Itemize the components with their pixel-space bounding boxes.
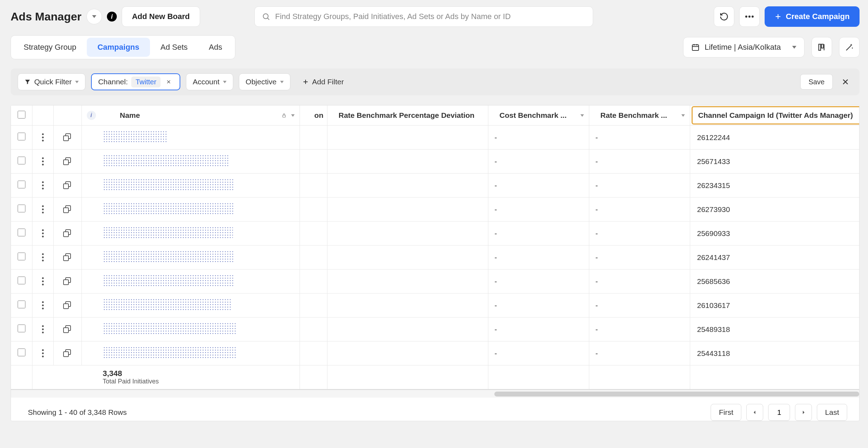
cost-cell: - <box>488 198 589 222</box>
row-checkbox[interactable] <box>18 253 25 260</box>
open-link-icon[interactable] <box>63 157 72 166</box>
campaign-id-cell: 26234315 <box>690 174 860 198</box>
cost-cell: - <box>488 317 589 341</box>
info-icon[interactable]: i <box>87 111 96 120</box>
refresh-button[interactable] <box>714 6 734 27</box>
global-search[interactable] <box>254 6 593 27</box>
row-menu-button[interactable] <box>32 222 53 245</box>
row-checkbox[interactable] <box>18 157 25 164</box>
chevron-down-icon <box>75 81 79 83</box>
row-menu-button[interactable] <box>32 150 53 173</box>
table-row: --25443118 <box>11 341 860 365</box>
campaign-id-cell: 25489318 <box>690 317 860 341</box>
open-link-icon[interactable] <box>63 325 72 334</box>
col-cost-header: Cost Benchmark ... <box>500 111 576 120</box>
row-checkbox[interactable] <box>18 301 25 308</box>
table-row: --26273930 <box>11 198 860 222</box>
row-menu-button[interactable] <box>32 198 53 221</box>
add-filter-button[interactable]: Add Filter <box>296 73 350 90</box>
summary-count: 3,348 <box>82 369 300 378</box>
row-checkbox[interactable] <box>18 133 25 140</box>
row-menu-button[interactable] <box>32 174 53 197</box>
lock-icon <box>281 112 287 119</box>
open-link-icon[interactable] <box>63 349 72 358</box>
info-icon[interactable]: i <box>107 12 117 22</box>
campaign-id-cell: 25443118 <box>690 341 860 365</box>
channel-filter-remove[interactable] <box>164 79 173 85</box>
objective-filter-button[interactable]: Objective <box>239 73 290 90</box>
row-checkbox[interactable] <box>18 181 25 188</box>
account-filter-button[interactable]: Account <box>186 73 233 90</box>
tab-strategy-group[interactable]: Strategy Group <box>13 38 87 57</box>
add-board-button[interactable]: Add New Board <box>122 6 200 27</box>
scrollbar-thumb[interactable] <box>494 392 859 396</box>
open-link-icon[interactable] <box>63 205 72 214</box>
columns-button[interactable] <box>812 37 832 57</box>
col-on-suffix: on <box>314 111 324 120</box>
tab-campaigns[interactable]: Campaigns <box>87 38 150 57</box>
row-menu-button[interactable] <box>32 246 53 269</box>
table-row: --25685636 <box>11 270 860 293</box>
quick-filter-label: Quick Filter <box>34 78 72 86</box>
horizontal-scrollbar[interactable] <box>11 390 859 398</box>
row-checkbox[interactable] <box>18 277 25 284</box>
daterange-label: Lifetime | Asia/Kolkata <box>705 43 781 52</box>
chevron-down-icon <box>792 46 796 49</box>
plus-icon <box>774 13 782 20</box>
first-page-button[interactable]: First <box>711 404 741 421</box>
rate-cell: - <box>589 126 690 150</box>
save-filters-button[interactable]: Save <box>800 74 833 90</box>
last-page-button[interactable]: Last <box>817 404 847 421</box>
data-table: i Name on Rate Benchmark Percentage Devi… <box>11 105 860 421</box>
tab-ad-sets[interactable]: Ad Sets <box>150 38 198 57</box>
row-checkbox[interactable] <box>18 325 25 332</box>
table-row: --25690933 <box>11 222 860 246</box>
svg-point-0 <box>263 14 268 19</box>
rate-cell: - <box>589 174 690 198</box>
table-row: --26241437 <box>11 246 860 270</box>
page-input[interactable] <box>768 404 790 421</box>
row-menu-button[interactable] <box>32 270 53 293</box>
row-menu-button[interactable] <box>32 317 53 341</box>
campaign-name-redacted <box>103 155 229 167</box>
select-all-checkbox[interactable] <box>18 111 25 119</box>
campaign-id-cell: 26122244 <box>690 126 860 150</box>
title-dropdown[interactable] <box>86 9 102 24</box>
campaign-name-redacted <box>103 250 234 262</box>
create-campaign-button[interactable]: Create Campaign <box>765 6 860 27</box>
search-input[interactable] <box>275 12 586 21</box>
row-menu-button[interactable] <box>32 293 53 317</box>
campaign-id-cell: 25685636 <box>690 270 860 293</box>
col-name-header: Name <box>120 111 140 120</box>
summary-label: Total Paid Initiatives <box>82 378 300 385</box>
close-icon <box>166 79 171 84</box>
search-icon <box>262 12 270 21</box>
row-menu-button[interactable] <box>32 126 53 149</box>
open-link-icon[interactable] <box>63 229 72 238</box>
open-link-icon[interactable] <box>63 277 72 286</box>
open-link-icon[interactable] <box>63 181 72 190</box>
open-link-icon[interactable] <box>63 253 72 262</box>
top-bar: Ads Manager i Add New Board Create Campa… <box>11 6 860 27</box>
dots-horizontal-icon <box>745 15 754 18</box>
open-link-icon[interactable] <box>63 133 72 142</box>
cost-cell: - <box>488 222 589 246</box>
row-menu-button[interactable] <box>32 341 53 365</box>
quick-filter-button[interactable]: Quick Filter <box>18 73 85 90</box>
next-page-button[interactable] <box>795 404 812 421</box>
channel-filter-chip[interactable]: Channel: Twitter <box>91 73 180 90</box>
more-button[interactable] <box>739 6 760 27</box>
clear-filters-button[interactable] <box>838 75 852 89</box>
open-link-icon[interactable] <box>63 301 72 310</box>
tab-ads[interactable]: Ads <box>198 38 233 57</box>
row-checkbox[interactable] <box>18 205 25 212</box>
row-checkbox[interactable] <box>18 229 25 236</box>
sort-icon[interactable] <box>681 114 685 117</box>
prev-page-button[interactable] <box>746 404 763 421</box>
table-row: --25489318 <box>11 317 860 341</box>
daterange-button[interactable]: Lifetime | Asia/Kolkata <box>683 37 804 57</box>
magic-button[interactable] <box>839 37 860 57</box>
sort-icon[interactable] <box>291 114 295 117</box>
sort-icon[interactable] <box>580 114 584 117</box>
row-checkbox[interactable] <box>18 349 25 356</box>
